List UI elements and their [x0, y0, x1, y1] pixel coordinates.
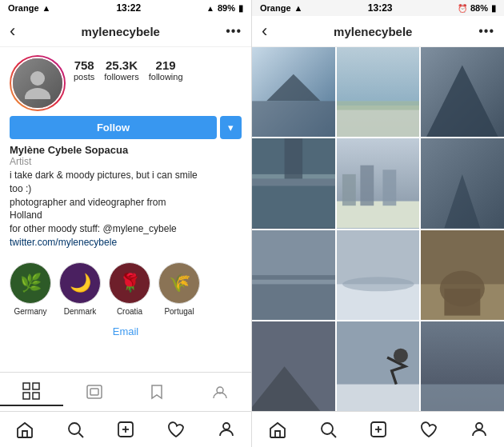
- bio-section: Mylène Cybele Sopacua Artist i take dark…: [0, 144, 251, 256]
- profile-content: 758 posts 25.3K followers 219 following …: [0, 47, 251, 411]
- avatar-ring: [10, 55, 66, 111]
- right-bottom-nav: [252, 411, 504, 447]
- svg-rect-3: [33, 383, 39, 389]
- bio-mention: for other moody stuff: @mylene_cybele: [10, 223, 177, 234]
- right-signal-icon: ▲: [294, 3, 303, 13]
- svg-point-48: [394, 348, 408, 362]
- highlight-label-germany: Germany: [14, 307, 46, 316]
- left-time: 13:22: [116, 2, 141, 14]
- follow-dropdown-button[interactable]: ▾: [220, 116, 242, 139]
- right-nav-profile[interactable]: [454, 417, 504, 442]
- highlight-portugal[interactable]: 🌾 Portugal: [158, 262, 200, 316]
- svg-rect-26: [285, 138, 302, 179]
- following-label: following: [149, 72, 183, 82]
- left-top-bar: ‹ mylenecybele •••: [0, 16, 251, 47]
- highlight-germany[interactable]: 🌿 Germany: [10, 262, 51, 316]
- nav-add[interactable]: [101, 417, 151, 442]
- highlight-circle-portugal: 🌾: [158, 262, 200, 304]
- svg-rect-50: [421, 384, 504, 411]
- tab-saved[interactable]: [126, 377, 189, 406]
- svg-rect-2: [23, 383, 30, 389]
- right-carrier: Orange: [260, 3, 291, 13]
- avatar: [11, 57, 64, 110]
- svg-line-10: [79, 433, 84, 438]
- nav-home[interactable]: [0, 417, 50, 442]
- svg-rect-5: [33, 393, 39, 399]
- photo-10[interactable]: [252, 321, 335, 411]
- highlight-label-denmark: Denmark: [64, 307, 97, 316]
- followers-stat: 25.3K followers: [104, 58, 138, 82]
- right-panel: Orange ▲ 13:23 ⏰ 88% ▮ ‹ mylenecybele ••…: [252, 0, 504, 447]
- svg-line-52: [331, 433, 336, 438]
- more-options-button[interactable]: •••: [226, 24, 242, 38]
- svg-rect-31: [382, 170, 396, 206]
- follow-button[interactable]: Follow: [10, 116, 217, 139]
- svg-point-51: [322, 423, 333, 434]
- nav-profile[interactable]: [201, 417, 251, 442]
- photo-4[interactable]: [252, 138, 335, 228]
- stats-row: 758 posts 25.3K followers 219 following: [74, 55, 242, 82]
- right-nav-search[interactable]: [302, 417, 353, 442]
- svg-rect-36: [252, 279, 335, 284]
- posts-label: posts: [74, 72, 94, 82]
- highlight-circle-denmark: 🌙: [59, 262, 101, 304]
- left-signal-icon: ▲: [42, 3, 51, 13]
- follow-row: Follow ▾: [0, 116, 251, 144]
- svg-rect-7: [90, 389, 98, 395]
- right-battery-icon: ▮: [491, 3, 496, 14]
- photo-6[interactable]: [421, 138, 504, 228]
- right-status-bar: Orange ▲ 13:23 ⏰ 88% ▮: [252, 0, 504, 16]
- left-carrier: Orange: [8, 3, 39, 13]
- right-more-options-button[interactable]: •••: [478, 24, 494, 38]
- tab-grid[interactable]: [0, 377, 63, 406]
- photo-5[interactable]: [337, 138, 420, 228]
- highlight-denmark[interactable]: 🌙 Denmark: [59, 262, 101, 316]
- svg-rect-4: [23, 393, 30, 399]
- svg-point-9: [69, 423, 80, 434]
- highlights-section: 🌿 Germany 🌙 Denmark 🌹 Croatia 🌾: [0, 256, 251, 322]
- nav-search[interactable]: [50, 417, 101, 442]
- svg-rect-20: [337, 101, 420, 110]
- profile-tab-bar: [0, 372, 251, 411]
- right-nav-add[interactable]: [353, 417, 403, 442]
- profile-role: Artist: [10, 156, 242, 167]
- photo-7[interactable]: [252, 230, 335, 320]
- photo-3[interactable]: [421, 47, 504, 137]
- left-bottom-nav: [0, 411, 251, 447]
- left-battery-icon: ▮: [238, 3, 243, 14]
- bio-link[interactable]: twitter.com/mylenecybele: [10, 237, 117, 248]
- right-battery: 88%: [470, 3, 488, 13]
- email-label[interactable]: Email: [113, 325, 139, 337]
- back-button[interactable]: ‹: [10, 21, 15, 42]
- bio-line-4: Holland: [10, 210, 42, 221]
- left-gps-icon: ▲: [206, 4, 214, 13]
- left-panel: Orange ▲ 13:22 ▲ 89% ▮ ‹ mylenecybele ••…: [0, 0, 252, 447]
- posts-stat: 758 posts: [74, 58, 94, 82]
- following-count: 219: [156, 58, 176, 72]
- svg-rect-47: [337, 384, 420, 411]
- highlight-label-portugal: Portugal: [164, 307, 194, 316]
- highlight-croatia[interactable]: 🌹 Croatia: [109, 262, 150, 316]
- right-nav-home[interactable]: [252, 417, 302, 442]
- svg-rect-6: [87, 385, 102, 398]
- email-row[interactable]: Email: [0, 322, 251, 344]
- profile-header: 758 posts 25.3K followers 219 following: [0, 47, 251, 116]
- svg-rect-16: [252, 101, 335, 137]
- photo-2[interactable]: [337, 47, 420, 137]
- photo-1[interactable]: [252, 47, 335, 137]
- right-back-button[interactable]: ‹: [262, 21, 267, 42]
- highlight-circle-germany: 🌿: [10, 262, 51, 304]
- svg-rect-29: [342, 174, 356, 206]
- tab-igtv[interactable]: [63, 377, 126, 406]
- right-alarm-icon: ⏰: [458, 4, 467, 13]
- nav-heart[interactable]: [150, 417, 201, 442]
- bio-text: i take dark & moody pictures, but i can …: [10, 169, 242, 249]
- svg-point-1: [25, 88, 50, 99]
- photo-11[interactable]: [337, 321, 420, 411]
- photo-8[interactable]: [337, 230, 420, 320]
- photo-12[interactable]: [421, 321, 504, 411]
- right-nav-heart[interactable]: [403, 417, 454, 442]
- tab-tagged[interactable]: [189, 377, 252, 406]
- photo-9[interactable]: [421, 230, 504, 320]
- bio-line-1: i take dark & moody pictures, but i can …: [10, 170, 198, 181]
